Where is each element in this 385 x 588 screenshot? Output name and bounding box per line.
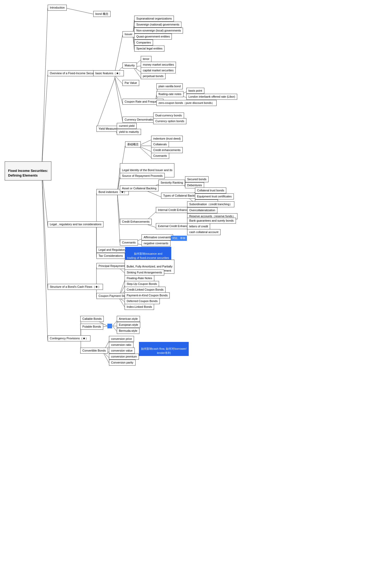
node-conversion-premium: conversion premium <box>109 354 139 360</box>
svg-line-85 <box>103 352 109 364</box>
svg-line-11 <box>115 78 123 121</box>
node-index-linked: Index-Linked Bonds <box>125 304 154 310</box>
svg-line-0 <box>42 8 48 169</box>
root-node: Fixed Income Securities: Defining Elemen… <box>5 161 51 180</box>
node-tax-considerations: Tax Considerations <box>96 253 125 259</box>
node-bond-concept: bond 概念 <box>93 11 111 17</box>
node-types-collateral: Types of Collateral Backing <box>161 193 200 199</box>
svg-line-3 <box>42 169 48 288</box>
node-secured-bonds: Secured bonds <box>185 176 209 182</box>
node-introduction: Introduction <box>48 5 67 11</box>
node-indenture-trust: indenture (trust deed) <box>151 136 183 142</box>
node-money-market: money market securities <box>141 62 176 68</box>
node-putable-bonds: Putable Bonds <box>80 324 103 330</box>
node-basis-point: basis point <box>186 88 204 94</box>
svg-line-1 <box>42 75 48 169</box>
node-credit-enhancements: Credit Enhancements <box>120 219 152 225</box>
node-capital-market: capital market securities <box>141 67 176 73</box>
node-compare-example: 对比、举例 <box>171 236 187 241</box>
node-overcollateral: Overcollateralization <box>187 207 217 213</box>
node-credit-linked: Credit-Linked Coupon Bonds <box>125 287 166 293</box>
node-how-issuance: 如何影响issuance and trading of fixed-income… <box>125 247 171 261</box>
node-collateral-trust: Collateral trust bonds <box>195 187 226 193</box>
node-maturity: Maturity <box>123 62 137 68</box>
svg-line-5 <box>65 8 93 14</box>
svg-line-9 <box>115 76 123 84</box>
node-floating-rate-notes2: Floating-Rate Notes <box>125 275 154 281</box>
node-structure-cashflows: Structure of a Bond's Cash Flows（★） <box>48 284 103 290</box>
node-american-style: American-style <box>117 316 140 322</box>
node-jichugainian: 基础概念 <box>125 141 141 147</box>
node-floating-rate-notes: floating-rate notes <box>156 91 184 97</box>
node-equipment-trust: Equipment trust certificates <box>195 193 234 199</box>
node-credit-enhancements-sub: Credit enhancements <box>151 147 183 153</box>
node-overview: Overview of a Fixed-Income Security <box>48 70 99 76</box>
node-supranational: Supranational organizations <box>134 16 174 22</box>
svg-line-7 <box>115 35 123 73</box>
svg-line-44 <box>138 146 151 158</box>
node-negative: negative covenants <box>142 240 170 246</box>
node-sinking-fund: Sinking Fund Arrangements <box>125 270 164 276</box>
svg-line-12 <box>96 79 115 129</box>
node-conversion-value: conversion value <box>109 348 135 354</box>
node-basic-features: basic features（★） <box>93 70 124 76</box>
node-bermuda-style: Bermuda-style <box>117 328 139 334</box>
node-sovereign: Sovereign (national) governments <box>134 22 181 28</box>
node-bank-guarantees: Bank guarantees and surety bonds <box>187 218 236 224</box>
node-conversion-ratio: conversion ratio <box>109 342 133 348</box>
node-par-value: Par Value <box>123 80 139 86</box>
node-zero-coupon: zero-coupon bonds（pure discount bonds） <box>156 100 217 106</box>
node-tenor: tenor <box>141 56 151 62</box>
node-special-legal: Special legal entities <box>134 46 164 52</box>
node-perpetual-bonds: perpetual bonds <box>141 73 166 79</box>
node-seniority-ranking: Seniority Ranking <box>158 180 185 186</box>
node-deferred-coupon: Deferred Coupon Bonds <box>125 298 160 304</box>
node-letters-credit: letters of credit <box>187 223 210 229</box>
svg-line-10 <box>115 77 123 103</box>
node-callable-bonds: Callable Bonds <box>80 316 104 322</box>
node-affirmative: Affirmative covenants <box>142 234 173 240</box>
svg-line-40 <box>117 193 120 243</box>
node-current-yield: current yield <box>117 123 137 129</box>
node-legal-reg-tax: Legal , regulatory and tax consideration… <box>48 221 103 227</box>
svg-line-39 <box>117 193 120 223</box>
node-yield-to-maturity: yield to maturity <box>117 129 141 135</box>
node-how-cashflow: 如何影响cash flow, 如何对borrower/ lender有利 <box>139 342 189 356</box>
node-london-interbank: London interbank offered rate (Libor) <box>186 94 237 100</box>
node-conversion-price: conversion price <box>109 336 134 342</box>
node-subordination: Subordination（credit tranching） <box>187 201 234 207</box>
node-quasi-gov: Quasi-government entities <box>134 34 172 40</box>
node-currency-denom: Currency Denomination <box>123 117 157 123</box>
root-label: Fixed Income Securities: Defining Elemen… <box>8 169 48 177</box>
node-issuer: Issuer <box>123 31 135 37</box>
node-collaterals: Collaterals <box>151 141 169 147</box>
node-currency-option: Currency option bonds <box>153 118 186 124</box>
node-asset-collateral: Asset or Collateral Backing <box>120 185 158 191</box>
node-convertible-bonds: Convertible Bonds <box>80 348 108 354</box>
svg-line-4 <box>42 169 48 340</box>
node-companies: Companies <box>134 40 153 46</box>
node-cash-collateral: cash collateral account <box>187 229 221 235</box>
node-plain-vanilla: plain vanilla bond <box>156 83 183 89</box>
node-contingency: Contingency Provisions（★） <box>48 335 90 341</box>
node-conversion-parity: Conversion parity <box>109 360 136 366</box>
node-covenants-sub: Covenants <box>151 153 169 159</box>
node-european-style: European-style <box>117 322 140 328</box>
mind-map-container: Fixed Income Securities: Defining Elemen… <box>0 0 385 588</box>
node-small-blue-box <box>107 324 112 328</box>
node-payment-in-kind: Payment-in-Kind Coupon Bonds <box>125 292 170 298</box>
node-non-sovereign: Non-sovereign (local) governments <box>134 28 183 34</box>
node-source-repayment: Source of Repayment Proceeds <box>120 173 165 179</box>
node-step-up: Step-Up Coupon Bonds <box>125 281 159 287</box>
node-covenants-main: Covenants <box>120 240 138 246</box>
node-dual-currency: Dual-currency bonds <box>153 112 184 118</box>
